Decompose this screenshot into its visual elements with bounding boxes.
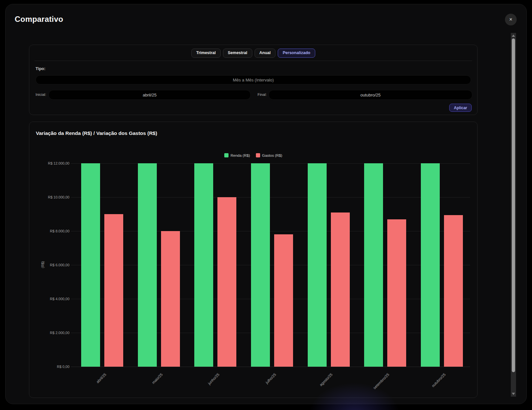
bar-gastos-r <box>387 219 406 367</box>
apply-button[interactable]: Aplicar <box>449 104 472 112</box>
y-tick-label: R$ 2.000,00 <box>30 331 69 335</box>
bar-gastos-r <box>161 231 180 367</box>
bar-renda-r <box>81 163 100 367</box>
bar-group <box>413 163 470 367</box>
bar-gastos-r <box>104 214 123 367</box>
bar-group <box>244 163 301 367</box>
bar-renda-r <box>364 163 383 367</box>
legend-label: Gastos (R$) <box>262 154 282 157</box>
chart-title: Variação da Renda (R$) / Variação dos Ga… <box>36 130 157 136</box>
inicial-label: Inicial: <box>36 93 46 96</box>
bar-renda-r <box>251 163 270 367</box>
x-tick-label: outubro/25 <box>431 373 446 388</box>
bar-group <box>74 163 131 367</box>
final-input[interactable] <box>269 90 472 100</box>
bar-gastos-r <box>331 212 350 367</box>
y-tick-label: R$ 10.000,00 <box>30 195 69 199</box>
bar-gastos-r <box>274 234 293 367</box>
tipo-label: Tipo: <box>36 66 45 71</box>
bar-renda-r <box>138 163 157 367</box>
bar-group <box>300 163 357 367</box>
bar-group <box>131 163 187 367</box>
chart-legend: Renda (R$)Gastos (R$) <box>29 153 477 157</box>
bar-gastos-r <box>217 197 236 367</box>
y-tick-label: R$ 0,00 <box>30 365 69 369</box>
period-controls-card: TrimestralSemestralAnualPersonalizado Ti… <box>29 45 478 115</box>
bar-renda-r <box>308 163 327 367</box>
tab-anual[interactable]: Anual <box>255 49 276 58</box>
tab-trimestral[interactable]: Trimestral <box>191 49 221 58</box>
scroll-up-icon[interactable] <box>512 35 515 37</box>
y-tick-label: R$ 6.000,00 <box>30 263 69 267</box>
x-tick-label: maio/25 <box>151 373 163 385</box>
bar-group <box>357 163 414 367</box>
scroll-down-icon[interactable] <box>512 393 515 395</box>
y-axis-title: (R$) <box>41 261 45 268</box>
scrollbar-thumb[interactable] <box>512 38 515 372</box>
legend-item[interactable]: Gastos (R$) <box>256 153 282 157</box>
y-tick-label: R$ 12.000,00 <box>30 161 69 165</box>
bar-renda-r <box>194 163 213 367</box>
x-tick-label: junho/25 <box>207 373 220 386</box>
inicial-input[interactable] <box>49 90 251 100</box>
legend-label: Renda (R$) <box>230 154 250 157</box>
legend-item[interactable]: Renda (R$) <box>224 153 250 157</box>
bar-gastos-r <box>444 215 463 367</box>
legend-swatch <box>224 153 229 157</box>
tab-semestral[interactable]: Semestral <box>223 49 252 58</box>
scrollbar[interactable] <box>511 33 516 397</box>
x-tick-label: agosto/25 <box>319 373 333 387</box>
bar-group <box>187 163 244 367</box>
y-tick-label: R$ 8.000,00 <box>30 229 69 233</box>
comparativo-modal: Comparativo ✕ TrimestralSemestralAnualPe… <box>5 4 527 404</box>
period-tabs: TrimestralSemestralAnualPersonalizado <box>35 45 472 61</box>
y-tick-label: R$ 4.000,00 <box>30 297 69 301</box>
bar-renda-r <box>421 163 440 367</box>
chart-card: Variação da Renda (R$) / Variação dos Ga… <box>29 122 478 398</box>
gridline <box>71 367 470 367</box>
x-tick-label: abril/25 <box>96 373 107 384</box>
final-label: Final: <box>258 93 267 96</box>
x-tick-label: setembro/25 <box>372 373 390 390</box>
legend-swatch <box>256 153 260 157</box>
close-icon[interactable]: ✕ <box>505 14 517 25</box>
tab-personalizado[interactable]: Personalizado <box>278 49 315 58</box>
tipo-select[interactable]: Mês a Mês (Intervalo) <box>36 75 471 84</box>
x-tick-label: julho/25 <box>265 373 277 385</box>
modal-title: Comparativo <box>15 15 63 24</box>
